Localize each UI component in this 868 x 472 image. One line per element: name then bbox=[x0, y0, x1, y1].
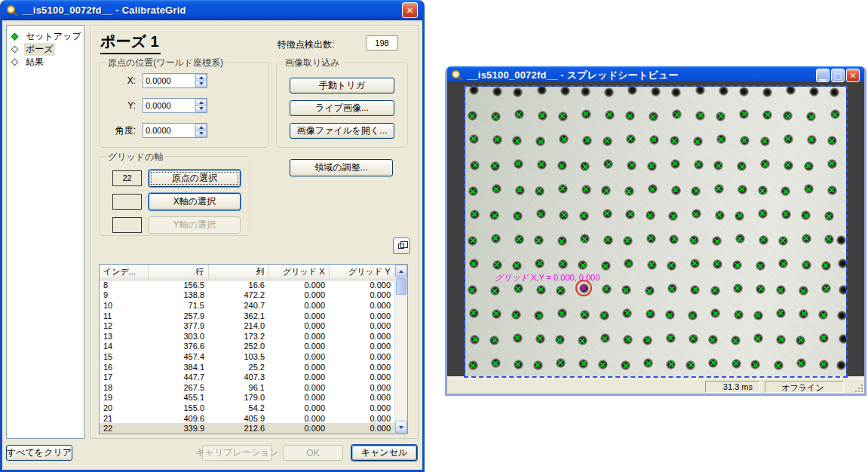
close-icon[interactable]: ✕ bbox=[846, 69, 860, 82]
angle-label: 角度: bbox=[103, 124, 143, 137]
table-row[interactable]: 14376.6252.00.0000.000 bbox=[100, 342, 394, 352]
minimize-icon[interactable]: ▁ bbox=[816, 69, 830, 82]
grid-dot bbox=[738, 185, 747, 195]
grid-dot bbox=[514, 159, 523, 169]
spin-down-icon[interactable] bbox=[195, 106, 207, 113]
grid-dot bbox=[537, 87, 547, 95]
grid-dot bbox=[492, 260, 502, 270]
grid-dot bbox=[626, 134, 636, 144]
sidebar-item-result[interactable]: 結果 bbox=[7, 56, 84, 69]
sidebar-item-setup[interactable]: セットアップ bbox=[7, 30, 84, 43]
live-image-button[interactable]: ライブ画像... bbox=[290, 100, 394, 116]
grid-dot bbox=[605, 110, 615, 120]
grid-dot bbox=[827, 159, 837, 169]
select-xaxis-button[interactable]: X軸の選択 bbox=[149, 193, 241, 210]
grid-dot bbox=[734, 310, 744, 320]
cancel-button[interactable]: キャンセル bbox=[351, 445, 417, 461]
col-header-gridy[interactable]: グリッド Y bbox=[329, 265, 394, 280]
col-header-gridx[interactable]: グリッド X bbox=[268, 265, 329, 280]
grid-dot bbox=[470, 161, 480, 170]
spin-up-icon[interactable] bbox=[195, 99, 207, 106]
grid-dot bbox=[603, 209, 612, 219]
grid-dot bbox=[796, 358, 806, 368]
select-origin-button[interactable]: 原点の選択 bbox=[149, 170, 241, 187]
adjust-region-button[interactable]: 領域の調整... bbox=[290, 159, 393, 176]
open-image-file-button[interactable]: 画像ファイルを開く... bbox=[290, 123, 394, 139]
calibration-button[interactable]: キャリブレーション bbox=[202, 445, 272, 461]
col-header-col[interactable]: 列 bbox=[208, 265, 268, 280]
table-row[interactable]: 15457.4103.50.0000.000 bbox=[100, 351, 394, 362]
table-row[interactable]: 8156.516.60.0000.000 bbox=[100, 280, 394, 290]
clear-all-button[interactable]: すべてをクリア bbox=[6, 445, 72, 461]
grid-dot bbox=[666, 360, 676, 369]
grid-dot bbox=[623, 236, 633, 246]
grid-dot bbox=[514, 360, 523, 369]
table-row[interactable]: 1071.5240.70.0000.000 bbox=[100, 300, 394, 311]
scroll-up-icon[interactable] bbox=[395, 265, 407, 277]
grid-dot bbox=[827, 136, 837, 146]
spin-down-icon[interactable] bbox=[195, 81, 207, 88]
grid-dot bbox=[646, 234, 656, 244]
table-row[interactable]: 19455.1179.00.0000.000 bbox=[100, 393, 394, 403]
spin-up-icon[interactable] bbox=[195, 124, 207, 130]
table-row[interactable]: 11257.9362.10.0000.000 bbox=[100, 311, 394, 321]
grid-dot bbox=[666, 333, 676, 343]
manual-trigger-button[interactable]: 手動トリガ bbox=[290, 78, 394, 93]
grid-dot bbox=[623, 335, 633, 345]
grid-dot bbox=[753, 311, 763, 320]
table-scrollbar[interactable] bbox=[394, 265, 407, 434]
camera-image[interactable]: グリッドX,Y = 0.000, 0.000 bbox=[465, 87, 846, 376]
grid-dot bbox=[560, 87, 570, 96]
grid-dot bbox=[740, 136, 750, 146]
table-row[interactable]: 21409.6405.90.0000.000 bbox=[100, 413, 394, 424]
x-field[interactable]: 0.0000 bbox=[143, 73, 207, 88]
scroll-down-icon[interactable] bbox=[395, 421, 407, 434]
grid-dot bbox=[535, 334, 545, 344]
table-row[interactable]: 17447.7407.30.0000.000 bbox=[100, 372, 394, 382]
grid-dot bbox=[558, 112, 568, 121]
col-header-index[interactable]: インデ... bbox=[100, 265, 148, 280]
grid-dot bbox=[839, 334, 846, 344]
close-icon[interactable]: ✕ bbox=[402, 2, 418, 18]
grid-dot bbox=[710, 286, 720, 296]
table-row[interactable]: 13303.0173.20.0000.000 bbox=[100, 331, 394, 342]
spin-down-icon[interactable] bbox=[195, 130, 207, 138]
grid-dot bbox=[582, 136, 592, 146]
sidebar-item-pose[interactable]: ポーズ bbox=[7, 43, 84, 56]
grid-dot bbox=[830, 87, 839, 97]
spin-up-icon[interactable] bbox=[195, 74, 207, 81]
table-row[interactable]: 18267.596.10.0000.000 bbox=[100, 382, 394, 393]
grid-axis-group: グリッドの軸 22 原点の選択 X軸の選択 Y軸の選択 bbox=[99, 156, 250, 236]
grid-dot bbox=[708, 335, 718, 345]
grid-dot bbox=[533, 360, 543, 370]
grid-dot bbox=[558, 259, 568, 269]
selection-marquee: グリッドX,Y = 0.000, 0.000 bbox=[464, 85, 848, 378]
y-field[interactable]: 0.0000 bbox=[143, 98, 207, 113]
grid-dot bbox=[512, 261, 522, 271]
table-row[interactable]: 9138.8472.20.0000.000 bbox=[100, 290, 394, 301]
ok-button[interactable]: OK bbox=[283, 445, 343, 461]
grid-dot bbox=[646, 309, 655, 319]
table-row[interactable]: 12377.9214.00.0000.000 bbox=[100, 320, 394, 331]
table-row[interactable]: 16384.125.20.0000.000 bbox=[100, 362, 394, 372]
spreadsheet-view-button[interactable] bbox=[393, 238, 410, 254]
grid-dot bbox=[733, 284, 743, 293]
table-row[interactable]: 22339.9212.60.0000.000 bbox=[100, 423, 394, 434]
resize-grip[interactable] bbox=[854, 383, 863, 392]
maximize-icon[interactable]: ▢ bbox=[831, 69, 845, 82]
table-row[interactable]: 20155.054.20.0000.000 bbox=[100, 403, 394, 413]
step-complete-icon bbox=[11, 33, 19, 41]
scrollbar-thumb[interactable] bbox=[396, 278, 406, 295]
grid-dot bbox=[690, 259, 700, 268]
calibrategrid-titlebar[interactable]: __is5100_0072fd__ - CalibrateGrid ✕ bbox=[2, 0, 422, 20]
grid-dot bbox=[468, 236, 477, 246]
grid-dot bbox=[821, 261, 831, 271]
select-yaxis-button[interactable]: Y軸の選択 bbox=[149, 216, 241, 234]
angle-field[interactable]: 0.0000 bbox=[143, 123, 207, 138]
grid-dot bbox=[836, 235, 846, 245]
grid-dot bbox=[511, 310, 521, 320]
grid-dot bbox=[603, 136, 612, 146]
grid-dot bbox=[691, 186, 701, 196]
col-header-row[interactable]: 行 bbox=[148, 265, 208, 280]
magnifier-window-icon bbox=[451, 69, 463, 81]
